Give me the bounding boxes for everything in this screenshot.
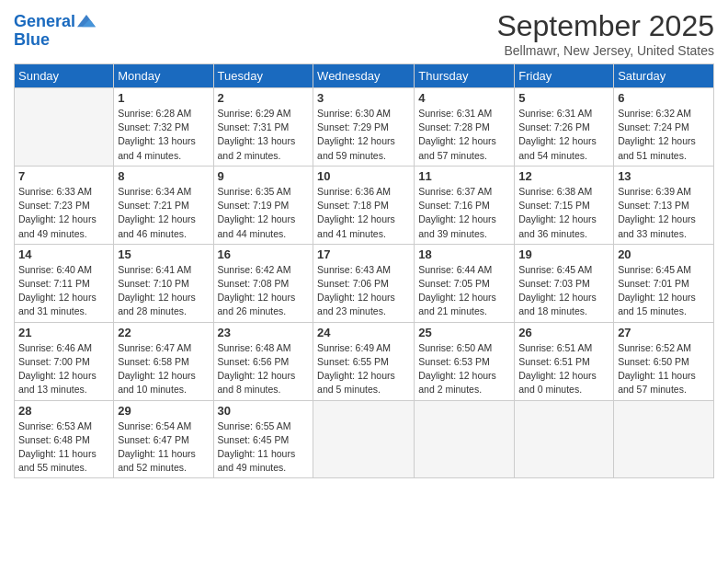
day-number: 24	[317, 326, 410, 339]
calendar-weekday-monday: Monday	[114, 64, 213, 88]
day-number: 16	[218, 247, 310, 261]
day-info: Sunrise: 6:30 AMSunset: 7:29 PMDaylight:…	[317, 107, 410, 163]
day-number: 25	[418, 326, 510, 339]
calendar-cell	[515, 400, 614, 478]
daylight-label: Daylight: 11 hours	[218, 447, 310, 461]
day-info: Sunrise: 6:48 AMSunset: 6:56 PMDaylight:…	[218, 341, 310, 397]
calendar-cell: 6Sunrise: 6:32 AMSunset: 7:24 PMDaylight…	[614, 88, 714, 167]
day-number: 29	[118, 404, 209, 418]
page-title: September 2025	[496, 9, 714, 43]
header: General Blue September 2025 Bellmawr, Ne…	[14, 9, 714, 58]
daylight-label: Daylight: 12 hours	[518, 291, 609, 304]
calendar-cell: 13Sunrise: 6:39 AMSunset: 7:13 PMDayligh…	[614, 166, 714, 244]
day-info: Sunrise: 6:43 AMSunset: 7:06 PMDaylight:…	[317, 263, 410, 319]
day-info: Sunrise: 6:51 AMSunset: 6:51 PMDaylight:…	[518, 341, 609, 397]
day-number: 30	[218, 404, 310, 418]
calendar-cell: 29Sunrise: 6:54 AMSunset: 6:47 PMDayligh…	[114, 400, 213, 478]
calendar-cell: 21Sunrise: 6:46 AMSunset: 7:00 PMDayligh…	[15, 322, 114, 400]
day-info: Sunrise: 6:29 AMSunset: 7:31 PMDaylight:…	[218, 107, 310, 163]
daylight-label: Daylight: 12 hours	[518, 369, 609, 383]
calendar-cell: 1Sunrise: 6:28 AMSunset: 7:32 PMDaylight…	[114, 88, 213, 167]
calendar-cell: 7Sunrise: 6:33 AMSunset: 7:23 PMDaylight…	[15, 166, 114, 244]
calendar-weekday-sunday: Sunday	[15, 64, 114, 88]
day-number: 19	[518, 247, 609, 261]
day-number: 10	[317, 169, 410, 183]
day-info: Sunrise: 6:50 AMSunset: 6:53 PMDaylight:…	[418, 341, 510, 397]
calendar-cell: 30Sunrise: 6:55 AMSunset: 6:45 PMDayligh…	[213, 400, 313, 478]
calendar-week-row: 28Sunrise: 6:53 AMSunset: 6:48 PMDayligh…	[15, 400, 714, 478]
day-number: 4	[418, 91, 510, 105]
day-info: Sunrise: 6:54 AMSunset: 6:47 PMDaylight:…	[118, 419, 209, 476]
calendar-cell: 24Sunrise: 6:49 AMSunset: 6:55 PMDayligh…	[313, 322, 415, 400]
calendar-cell: 10Sunrise: 6:36 AMSunset: 7:18 PMDayligh…	[313, 166, 415, 244]
day-number: 9	[218, 169, 310, 183]
calendar-cell: 15Sunrise: 6:41 AMSunset: 7:10 PMDayligh…	[114, 244, 213, 322]
day-number: 27	[618, 326, 710, 339]
day-info: Sunrise: 6:47 AMSunset: 6:58 PMDaylight:…	[118, 341, 209, 397]
logo-icon	[77, 13, 96, 31]
day-number: 8	[118, 169, 209, 183]
day-info: Sunrise: 6:45 AMSunset: 7:03 PMDaylight:…	[518, 263, 609, 319]
day-number: 3	[317, 91, 410, 105]
title-area: September 2025 Bellmawr, New Jersey, Uni…	[496, 9, 714, 58]
day-info: Sunrise: 6:32 AMSunset: 7:24 PMDaylight:…	[618, 107, 710, 163]
day-number: 15	[118, 247, 209, 261]
calendar-weekday-wednesday: Wednesday	[313, 64, 415, 88]
page-container: General Blue September 2025 Bellmawr, Ne…	[0, 0, 728, 488]
day-number: 23	[218, 326, 310, 339]
calendar-weekday-saturday: Saturday	[614, 64, 714, 88]
daylight-label: Daylight: 11 hours	[118, 447, 209, 461]
daylight-label: Daylight: 11 hours	[618, 369, 710, 383]
logo-text: General	[14, 13, 75, 31]
page-subtitle: Bellmawr, New Jersey, United States	[496, 43, 714, 58]
day-number: 20	[618, 247, 710, 261]
daylight-label: Daylight: 12 hours	[18, 369, 109, 383]
day-number: 6	[618, 91, 710, 105]
day-info: Sunrise: 6:49 AMSunset: 6:55 PMDaylight:…	[317, 341, 410, 397]
day-number: 2	[218, 91, 310, 105]
daylight-label: Daylight: 12 hours	[18, 291, 109, 304]
calendar-cell: 5Sunrise: 6:31 AMSunset: 7:26 PMDaylight…	[515, 88, 614, 167]
daylight-label: Daylight: 12 hours	[118, 369, 209, 383]
calendar-week-row: 14Sunrise: 6:40 AMSunset: 7:11 PMDayligh…	[15, 244, 714, 322]
calendar-cell	[313, 400, 415, 478]
day-info: Sunrise: 6:37 AMSunset: 7:16 PMDaylight:…	[418, 185, 510, 241]
daylight-label: Daylight: 12 hours	[618, 213, 710, 226]
calendar-cell: 3Sunrise: 6:30 AMSunset: 7:29 PMDaylight…	[313, 88, 415, 167]
day-info: Sunrise: 6:33 AMSunset: 7:23 PMDaylight:…	[18, 185, 109, 241]
calendar-cell: 20Sunrise: 6:45 AMSunset: 7:01 PMDayligh…	[614, 244, 714, 322]
calendar-week-row: 21Sunrise: 6:46 AMSunset: 7:00 PMDayligh…	[15, 322, 714, 400]
day-number: 17	[317, 247, 410, 261]
day-number: 7	[18, 169, 109, 183]
calendar-weekday-thursday: Thursday	[415, 64, 515, 88]
day-info: Sunrise: 6:40 AMSunset: 7:11 PMDaylight:…	[18, 263, 109, 319]
daylight-label: Daylight: 12 hours	[118, 291, 209, 304]
day-info: Sunrise: 6:39 AMSunset: 7:13 PMDaylight:…	[618, 185, 710, 241]
day-info: Sunrise: 6:31 AMSunset: 7:28 PMDaylight:…	[418, 107, 510, 163]
daylight-label: Daylight: 12 hours	[317, 213, 410, 226]
calendar-cell: 26Sunrise: 6:51 AMSunset: 6:51 PMDayligh…	[515, 322, 614, 400]
daylight-label: Daylight: 12 hours	[618, 134, 710, 148]
daylight-label: Daylight: 12 hours	[518, 213, 609, 226]
day-info: Sunrise: 6:31 AMSunset: 7:26 PMDaylight:…	[518, 107, 609, 163]
calendar-header-row: SundayMondayTuesdayWednesdayThursdayFrid…	[15, 64, 714, 88]
calendar-week-row: 7Sunrise: 6:33 AMSunset: 7:23 PMDaylight…	[15, 166, 714, 244]
calendar-cell: 8Sunrise: 6:34 AMSunset: 7:21 PMDaylight…	[114, 166, 213, 244]
daylight-label: Daylight: 12 hours	[418, 213, 510, 226]
day-info: Sunrise: 6:41 AMSunset: 7:10 PMDaylight:…	[118, 263, 209, 319]
calendar-cell: 19Sunrise: 6:45 AMSunset: 7:03 PMDayligh…	[515, 244, 614, 322]
day-info: Sunrise: 6:35 AMSunset: 7:19 PMDaylight:…	[218, 185, 310, 241]
daylight-label: Daylight: 12 hours	[118, 213, 209, 226]
calendar-cell: 14Sunrise: 6:40 AMSunset: 7:11 PMDayligh…	[15, 244, 114, 322]
calendar-cell: 9Sunrise: 6:35 AMSunset: 7:19 PMDaylight…	[213, 166, 313, 244]
calendar-weekday-tuesday: Tuesday	[213, 64, 313, 88]
calendar-week-row: 1Sunrise: 6:28 AMSunset: 7:32 PMDaylight…	[15, 88, 714, 167]
day-info: Sunrise: 6:44 AMSunset: 7:05 PMDaylight:…	[418, 263, 510, 319]
calendar-cell: 27Sunrise: 6:52 AMSunset: 6:50 PMDayligh…	[614, 322, 714, 400]
calendar-table: SundayMondayTuesdayWednesdayThursdayFrid…	[14, 63, 714, 478]
day-number: 12	[518, 169, 609, 183]
day-info: Sunrise: 6:53 AMSunset: 6:48 PMDaylight:…	[18, 419, 109, 476]
calendar-cell: 2Sunrise: 6:29 AMSunset: 7:31 PMDaylight…	[213, 88, 313, 167]
calendar-cell: 11Sunrise: 6:37 AMSunset: 7:16 PMDayligh…	[415, 166, 515, 244]
day-number: 5	[518, 91, 609, 105]
